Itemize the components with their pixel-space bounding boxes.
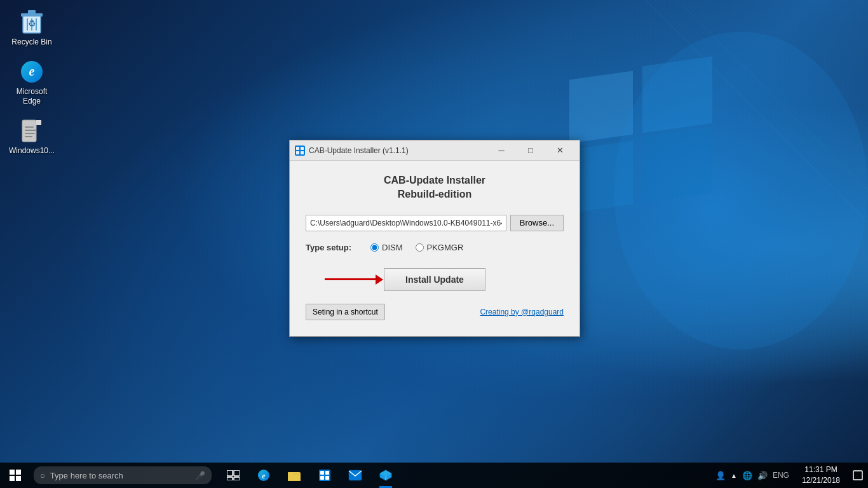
svg-rect-44: [320, 476, 324, 480]
svg-text:♻: ♻: [28, 18, 36, 29]
taskbar-right: 👤 ▲ 🌐 🔊 ENG 11:31 PM 12/21/2018: [710, 463, 868, 488]
search-icon: ○: [40, 471, 45, 480]
svg-rect-10: [28, 10, 36, 14]
cab-update-dialog: CAB-Update Installer (v1.1.1) ─ □ ✕ CAB-…: [289, 140, 580, 337]
svg-rect-22: [25, 133, 35, 134]
dialog-app-icon: [295, 146, 305, 156]
taskbar-active-app-button[interactable]: [370, 463, 401, 488]
svg-rect-20: [25, 126, 34, 128]
dialog-titlebar: CAB-Update Installer (v1.1.1) ─ □ ✕: [290, 140, 580, 161]
pkgmgr-radio-option[interactable]: PKGMGR: [416, 243, 464, 252]
network-tray-icon[interactable]: 🌐: [742, 471, 752, 480]
browse-button[interactable]: Browse...: [510, 215, 564, 231]
svg-text:e: e: [29, 64, 35, 78]
taskbar-mail-button[interactable]: [340, 463, 370, 488]
dism-radio-option[interactable]: DISM: [370, 243, 403, 252]
svg-rect-40: [288, 472, 293, 475]
edge-icon: e: [19, 59, 44, 85]
install-area: Install Update: [306, 268, 564, 291]
install-update-button[interactable]: Install Update: [384, 268, 485, 291]
dialog-maximize-button[interactable]: □: [516, 140, 545, 161]
svg-rect-35: [234, 477, 240, 480]
svg-rect-31: [16, 476, 21, 481]
arrow-head: [376, 274, 383, 285]
start-button[interactable]: [0, 463, 31, 488]
desktop-icons: ♻ Recycle Bin e Microsoft: [6, 6, 57, 159]
mic-icon: 🎤: [195, 471, 205, 480]
dialog-close-button[interactable]: ✕: [545, 140, 574, 161]
edge-label: Microsoft Edge: [10, 87, 54, 105]
dialog-title: CAB-Update Installer (v1.1.1): [309, 146, 487, 155]
svg-rect-21: [25, 130, 36, 131]
svg-rect-33: [234, 470, 240, 476]
dialog-heading: CAB-Update Installer Rebuild-edition: [306, 173, 564, 202]
svg-rect-28: [10, 470, 15, 475]
win10-icon: [19, 118, 44, 144]
notification-button[interactable]: [848, 463, 868, 488]
install-arrow: [325, 274, 383, 285]
dialog-body: CAB-Update Installer Rebuild-edition Bro…: [290, 161, 580, 336]
svg-text:e: e: [262, 471, 266, 480]
edge-icon-item[interactable]: e Microsoft Edge: [6, 56, 57, 109]
win10-label: Windows10...: [9, 146, 55, 155]
type-setup-row: Type setup: DISM PKGMGR: [306, 243, 564, 252]
svg-rect-27: [301, 151, 304, 154]
svg-rect-32: [227, 470, 233, 476]
svg-rect-34: [227, 477, 233, 480]
svg-rect-46: [349, 470, 362, 480]
taskbar-clock[interactable]: 11:31 PM 12/21/2018: [794, 463, 848, 488]
svg-rect-45: [325, 476, 329, 480]
svg-rect-29: [16, 470, 21, 475]
people-tray-icon[interactable]: 👤: [715, 471, 726, 480]
taskbar-search[interactable]: ○ Type here to search 🎤: [34, 466, 212, 484]
input-lang-icon[interactable]: ENG: [773, 471, 789, 480]
taskbar-explorer-button[interactable]: [279, 463, 309, 488]
svg-rect-26: [296, 151, 299, 154]
credit-link[interactable]: Creating by @rqadguard: [480, 308, 564, 316]
taskbar-apps: e: [218, 463, 401, 488]
pkgmgr-radio[interactable]: [416, 243, 424, 252]
taskview-button[interactable]: [218, 463, 248, 488]
svg-rect-42: [320, 471, 324, 475]
recycle-bin-label: Recycle Bin: [11, 37, 51, 46]
svg-rect-19: [36, 120, 41, 125]
dialog-footer: Seting in a shortcut Creating by @rqadgu…: [306, 304, 564, 323]
arrow-line: [325, 278, 376, 280]
clock-date: 12/21/2018: [802, 475, 840, 486]
file-path-input[interactable]: [306, 215, 506, 231]
type-setup-label: Type setup:: [306, 243, 351, 252]
clock-time: 11:31 PM: [804, 464, 837, 475]
svg-rect-50: [853, 471, 862, 480]
taskbar-tray: 👤 ▲ 🌐 🔊 ENG: [710, 463, 794, 488]
tray-chevron-icon[interactable]: ▲: [731, 472, 737, 479]
taskbar: ○ Type here to search 🎤: [0, 463, 868, 488]
dialog-window-controls: ─ □ ✕: [487, 140, 574, 161]
dialog-heading-line2: Rebuild-edition: [306, 187, 564, 201]
search-placeholder: Type here to search: [50, 471, 123, 480]
svg-rect-24: [296, 147, 299, 150]
svg-rect-39: [288, 474, 301, 481]
dialog-minimize-button[interactable]: ─: [487, 140, 516, 161]
taskbar-edge-button[interactable]: e: [248, 463, 279, 488]
pkgmgr-radio-label: PKGMGR: [427, 243, 464, 252]
file-path-row: Browse...: [306, 215, 564, 231]
svg-rect-30: [10, 476, 15, 481]
volume-tray-icon[interactable]: 🔊: [757, 471, 768, 480]
svg-rect-43: [325, 471, 329, 475]
svg-rect-23: [25, 136, 32, 137]
dism-radio-label: DISM: [382, 243, 403, 252]
recycle-bin-icon: ♻: [19, 10, 44, 35]
dialog-heading-line1: CAB-Update Installer: [306, 173, 564, 187]
shortcut-button[interactable]: Seting in a shortcut: [306, 304, 385, 320]
desktop: ♻ Recycle Bin e Microsoft: [0, 0, 868, 488]
win10-icon-item[interactable]: Windows10...: [6, 115, 57, 158]
svg-rect-25: [301, 147, 304, 150]
taskbar-store-button[interactable]: [309, 463, 340, 488]
recycle-bin-icon-item[interactable]: ♻ Recycle Bin: [6, 6, 57, 50]
dism-radio[interactable]: [370, 243, 379, 252]
